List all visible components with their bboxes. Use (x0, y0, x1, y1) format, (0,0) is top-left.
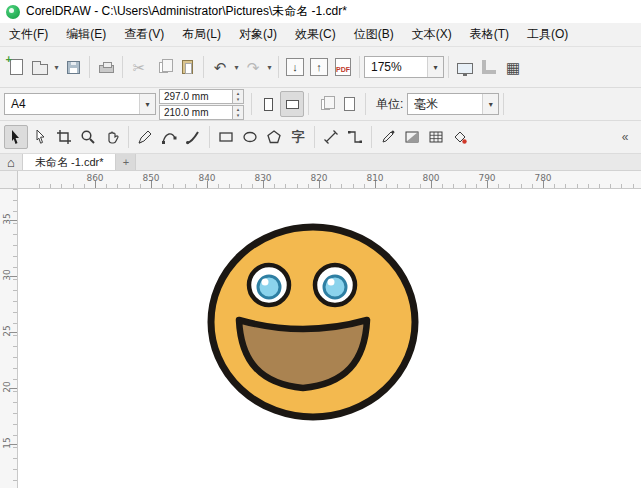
pan-tool[interactable] (100, 125, 124, 149)
mesh-fill-tool[interactable] (424, 125, 448, 149)
units-combobox[interactable]: 毫米 ▾ (407, 93, 499, 115)
copy-button[interactable] (151, 54, 175, 80)
page-width-field[interactable]: 297.0 mm (159, 89, 233, 104)
menu-layout[interactable]: 布局(L) (173, 23, 230, 46)
rulers-icon (482, 60, 496, 74)
menu-file[interactable]: 文件(F) (0, 23, 57, 46)
portrait-orientation-button[interactable] (256, 91, 280, 117)
text-tool-icon: 字 (292, 128, 305, 146)
smart-fill-tool[interactable] (448, 125, 472, 149)
page-size-value: A4 (5, 94, 139, 114)
page-size-combobox[interactable]: A4 ▾ (4, 93, 156, 115)
bezier-tool[interactable] (157, 125, 181, 149)
print-button[interactable] (94, 54, 118, 80)
shape-tool[interactable] (28, 125, 52, 149)
document-tab[interactable]: 未命名 -1.cdr* (22, 154, 116, 170)
separator (359, 56, 360, 78)
open-folder-icon (32, 64, 48, 75)
all-pages-button[interactable] (313, 91, 337, 117)
ellipse-tool[interactable] (238, 125, 262, 149)
pick-tool[interactable] (4, 125, 28, 149)
interactive-fill-tool[interactable] (400, 125, 424, 149)
page-width-stepper[interactable]: ▴ ▾ (233, 89, 244, 104)
ruler-tick (10, 332, 17, 333)
undo-dropdown-caret[interactable]: ▾ (232, 54, 241, 80)
ruler-tick (431, 181, 432, 188)
redo-dropdown-caret[interactable]: ▾ (265, 54, 274, 80)
new-document-icon: + (10, 59, 23, 75)
welcome-home-button[interactable]: ⌂ (0, 154, 22, 170)
drawing-canvas[interactable] (18, 189, 641, 488)
menu-edit[interactable]: 编辑(E) (57, 23, 115, 46)
magnifier-icon (80, 129, 96, 145)
open-button[interactable] (28, 54, 52, 80)
ruler-tick (10, 220, 17, 221)
smiley-face-object[interactable] (203, 222, 423, 422)
page-height-field[interactable]: 210.0 mm (159, 105, 233, 120)
units-caret[interactable]: ▾ (482, 94, 498, 114)
save-button[interactable] (61, 54, 85, 80)
new-document-tab-button[interactable]: + (116, 154, 136, 170)
import-button[interactable]: ↓ (283, 54, 307, 80)
connector-icon (347, 129, 363, 145)
undo-button[interactable]: ↶ (208, 54, 232, 80)
menu-effects[interactable]: 效果(C) (286, 23, 345, 46)
polygon-tool[interactable] (262, 125, 286, 149)
smiley-left-eye-highlight (262, 279, 269, 286)
menu-text[interactable]: 文本(X) (403, 23, 461, 46)
zoom-tool[interactable] (76, 125, 100, 149)
page-size-caret[interactable]: ▾ (139, 94, 155, 114)
landscape-orientation-button[interactable] (280, 91, 304, 117)
stepper-down-icon[interactable]: ▾ (233, 112, 243, 119)
menu-view[interactable]: 查看(V) (115, 23, 173, 46)
separator (503, 93, 504, 115)
property-bar: A4 ▾ 297.0 mm ▴ ▾ 210.0 mm ▴ ▾ (0, 88, 641, 121)
landscape-icon (286, 100, 299, 109)
paste-button[interactable] (175, 54, 199, 80)
menu-tools[interactable]: 工具(O) (518, 23, 577, 46)
page-height-stepper[interactable]: ▴ ▾ (233, 105, 244, 120)
smiley-right-iris[interactable] (324, 276, 346, 298)
vertical-ruler[interactable]: 35 30 25 20 15 (0, 189, 18, 488)
connector-tool[interactable] (343, 125, 367, 149)
horizontal-ruler[interactable]: 860 850 840 830 820 810 800 790 780 (18, 171, 641, 189)
cut-button[interactable]: ✂ (127, 54, 151, 80)
menu-object[interactable]: 对象(J) (230, 23, 286, 46)
toolbox-overflow-button[interactable]: « (613, 125, 637, 149)
current-page-button[interactable] (337, 91, 361, 117)
show-rulers-button[interactable] (477, 54, 501, 80)
stepper-down-icon[interactable]: ▾ (233, 96, 243, 103)
smiley-left-iris[interactable] (258, 276, 280, 298)
fullscreen-preview-button[interactable] (453, 54, 477, 80)
show-grid-button[interactable]: ▦ (501, 54, 525, 80)
menu-bitmaps[interactable]: 位图(B) (345, 23, 403, 46)
rectangle-icon (218, 129, 234, 145)
export-arrow-icon: ↑ (310, 58, 328, 76)
redo-button[interactable]: ↷ (241, 54, 265, 80)
ruler-tick (263, 181, 264, 188)
toolbox: 字 « (0, 121, 641, 154)
ruler-origin-corner[interactable] (0, 171, 18, 189)
artistic-media-tool[interactable] (181, 125, 205, 149)
crop-tool[interactable] (52, 125, 76, 149)
zoom-dropdown-caret[interactable]: ▾ (427, 57, 443, 77)
eyedropper-tool[interactable] (376, 125, 400, 149)
export-button[interactable]: ↑ (307, 54, 331, 80)
mesh-fill-icon (428, 129, 444, 145)
dimension-tool[interactable] (319, 125, 343, 149)
coreldraw-window: CorelDRAW - C:\Users\Administrator\Pictu… (0, 0, 641, 488)
smart-fill-icon (452, 129, 468, 145)
zoom-level-combobox[interactable]: 175% ▾ (364, 56, 444, 78)
new-document-button[interactable]: + (4, 54, 28, 80)
dimension-icon (323, 129, 339, 145)
text-tool[interactable]: 字 (286, 125, 310, 149)
open-dropdown-caret[interactable]: ▾ (52, 54, 61, 80)
rectangle-tool[interactable] (214, 125, 238, 149)
menu-table[interactable]: 表格(T) (461, 23, 518, 46)
separator (203, 56, 204, 78)
pdf-icon: PDF (335, 58, 351, 76)
freehand-tool[interactable] (133, 125, 157, 149)
separator (122, 56, 123, 78)
publish-pdf-button[interactable]: PDF (331, 54, 355, 80)
overflow-chevron-icon: « (622, 130, 629, 144)
